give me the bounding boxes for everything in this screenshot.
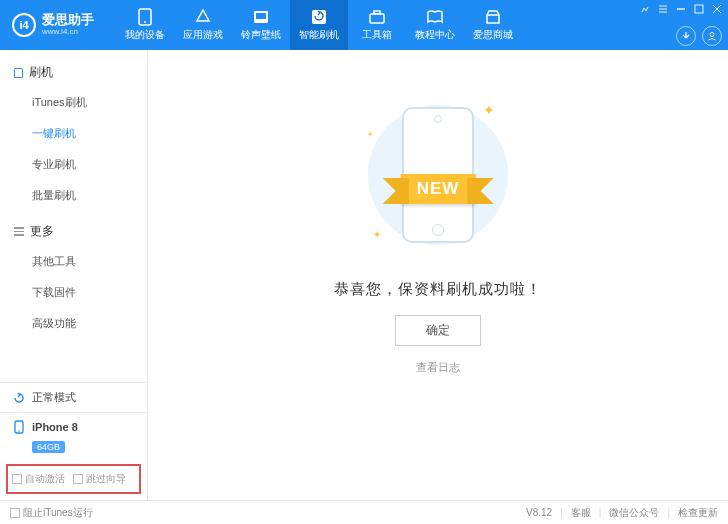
nav-label: 应用游戏	[183, 28, 223, 42]
version-label: V8.12	[526, 507, 552, 518]
sidebar-item-itunes-flash[interactable]: iTunes刷机	[0, 87, 147, 118]
nav-store[interactable]: 爱思商城	[464, 0, 522, 50]
device-name: iPhone 8	[32, 421, 78, 433]
skip-guide-checkbox[interactable]: 跳过向导	[73, 472, 126, 486]
window-controls	[638, 2, 724, 16]
sidebar-status: 正常模式 iPhone 8 64GB	[0, 382, 147, 460]
nav-label: 铃声壁纸	[241, 28, 281, 42]
nav-flash[interactable]: 智能刷机	[290, 0, 348, 50]
svg-point-17	[18, 430, 20, 432]
view-log-link[interactable]: 查看日志	[416, 360, 460, 375]
nav-label: 教程中心	[415, 28, 455, 42]
section-label: 更多	[30, 223, 54, 240]
separator: |	[560, 507, 563, 518]
sidebar-item-batch-flash[interactable]: 批量刷机	[0, 180, 147, 211]
nav-ringtones[interactable]: 铃声壁纸	[232, 0, 290, 50]
nav-toolbox[interactable]: 工具箱	[348, 0, 406, 50]
sparkle-icon: ✦	[367, 130, 374, 139]
section-label: 刷机	[29, 64, 53, 81]
close-button[interactable]	[710, 2, 724, 16]
success-graphic: ✦ ✦ ✦ NEW	[363, 90, 513, 260]
wallpaper-icon	[252, 8, 270, 26]
nav-my-device[interactable]: 我的设备	[116, 0, 174, 50]
nav-apps[interactable]: 应用游戏	[174, 0, 232, 50]
auto-activate-checkbox[interactable]: 自动激活	[12, 472, 65, 486]
device-icon	[12, 420, 26, 434]
block-itunes-checkbox[interactable]: 阻止iTunes运行	[10, 506, 93, 520]
checkbox-icon	[10, 508, 20, 518]
nav-label: 爱思商城	[473, 28, 513, 42]
store-icon	[484, 8, 502, 26]
sidebar-item-onekey-flash[interactable]: 一键刷机	[0, 118, 147, 149]
app-body: 刷机 iTunes刷机 一键刷机 专业刷机 批量刷机 更多 其他工具 下载固件 …	[0, 50, 728, 500]
sparkle-icon: ✦	[373, 229, 381, 240]
flash-icon	[310, 8, 328, 26]
apps-icon	[194, 8, 212, 26]
sidebar-item-other-tools[interactable]: 其他工具	[0, 246, 147, 277]
storage-badge: 64GB	[32, 441, 65, 453]
ribbon-text: NEW	[401, 174, 476, 204]
sidebar-section-flash: 刷机	[0, 58, 147, 87]
checkbox-label: 跳过向导	[86, 472, 126, 486]
svg-rect-3	[256, 13, 266, 19]
nav-label: 智能刷机	[299, 28, 339, 42]
checkbox-icon	[73, 474, 83, 484]
ok-button[interactable]: 确定	[395, 315, 481, 346]
main-content: ✦ ✦ ✦ NEW 恭喜您，保资料刷机成功啦！ 确定 查看日志	[148, 50, 728, 500]
svg-point-1	[144, 21, 146, 23]
brand-name: 爱思助手	[42, 13, 94, 27]
support-link[interactable]: 客服	[571, 506, 591, 520]
wechat-link[interactable]: 微信公众号	[609, 506, 659, 520]
logo-icon: i4	[12, 13, 36, 37]
sidebar-menu: 刷机 iTunes刷机 一键刷机 专业刷机 批量刷机 更多 其他工具 下载固件 …	[0, 50, 147, 382]
separator: |	[667, 507, 670, 518]
user-icon[interactable]	[702, 26, 722, 46]
footer: 阻止iTunes运行 V8.12 | 客服 | 微信公众号 | 检查更新	[0, 500, 728, 524]
toolbox-icon	[368, 8, 386, 26]
update-link[interactable]: 检查更新	[678, 506, 718, 520]
separator: |	[599, 507, 602, 518]
maximize-button[interactable]	[692, 2, 706, 16]
header-right	[676, 26, 722, 46]
mode-label: 正常模式	[32, 390, 76, 405]
download-icon[interactable]	[676, 26, 696, 46]
svg-rect-5	[370, 14, 384, 23]
new-ribbon: NEW	[401, 174, 476, 204]
settings-icon[interactable]	[638, 2, 652, 16]
minimize-button[interactable]	[674, 2, 688, 16]
menu-icon[interactable]	[656, 2, 670, 16]
logo: i4 爱思助手 www.i4.cn	[0, 13, 106, 37]
sidebar-section-more: 更多	[0, 217, 147, 246]
sidebar-item-advanced[interactable]: 高级功能	[0, 308, 147, 339]
brand-url: www.i4.cn	[42, 28, 94, 37]
mode-row[interactable]: 正常模式	[0, 383, 147, 412]
nav-tutorials[interactable]: 教程中心	[406, 0, 464, 50]
checkbox-label: 自动激活	[25, 472, 65, 486]
footer-right: V8.12 | 客服 | 微信公众号 | 检查更新	[526, 506, 718, 520]
checkbox-label: 阻止iTunes运行	[23, 506, 93, 520]
nav-label: 工具箱	[362, 28, 392, 42]
sidebar: 刷机 iTunes刷机 一键刷机 专业刷机 批量刷机 更多 其他工具 下载固件 …	[0, 50, 148, 500]
storage-row: 64GB	[0, 441, 147, 460]
refresh-icon	[12, 391, 26, 405]
success-message: 恭喜您，保资料刷机成功啦！	[334, 280, 542, 299]
checkbox-icon	[12, 474, 22, 484]
nav-label: 我的设备	[125, 28, 165, 42]
flash-section-icon	[14, 68, 23, 78]
svg-point-15	[710, 33, 714, 37]
sparkle-icon: ✦	[483, 102, 495, 118]
svg-rect-7	[487, 15, 499, 23]
svg-rect-12	[695, 5, 703, 13]
app-header: i4 爱思助手 www.i4.cn 我的设备 应用游戏 铃声壁纸 智能刷机 工具…	[0, 0, 728, 50]
device-row[interactable]: iPhone 8	[0, 412, 147, 441]
sidebar-item-pro-flash[interactable]: 专业刷机	[0, 149, 147, 180]
top-nav: 我的设备 应用游戏 铃声壁纸 智能刷机 工具箱 教程中心 爱思商城	[116, 0, 522, 50]
more-section-icon	[14, 227, 24, 236]
phone-icon	[136, 8, 154, 26]
svg-rect-6	[374, 11, 380, 14]
sidebar-checkboxes: 自动激活 跳过向导	[6, 464, 141, 494]
sidebar-item-download-fw[interactable]: 下载固件	[0, 277, 147, 308]
book-icon	[426, 8, 444, 26]
logo-text: 爱思助手 www.i4.cn	[42, 13, 94, 36]
